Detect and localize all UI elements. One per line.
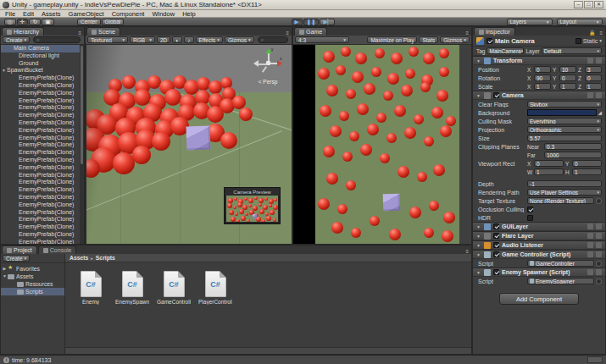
hierarchy-item[interactable]: Directional light [1, 52, 80, 60]
game-controller-script-field[interactable]: GameController [527, 260, 594, 267]
hierarchy-item[interactable]: EnemyPrefab(Clone) [1, 141, 80, 149]
menu-file[interactable]: File [5, 10, 15, 18]
maximize-button[interactable]: □ [584, 1, 593, 8]
fold-arrow-icon[interactable]: ▼ [476, 270, 481, 275]
hierarchy-item[interactable]: EnemyPrefab(Clone) [1, 231, 80, 239]
help-icon[interactable] [587, 223, 593, 229]
scene-search-input[interactable]: ⌕ [258, 36, 288, 43]
fold-arrow-icon[interactable]: ▶ [2, 265, 8, 273]
tab-console[interactable]: Console [38, 245, 77, 254]
transform-header[interactable]: ▼ Transform [473, 56, 605, 65]
fold-arrow-icon[interactable]: ▼ [476, 252, 481, 257]
play-button[interactable]: ▶ [292, 19, 303, 25]
pivot-toggle-button[interactable]: Center [77, 19, 101, 25]
projection-dropdown[interactable]: Orthographic [527, 126, 602, 133]
tab-hierarchy[interactable]: Hierarchy [2, 27, 44, 36]
camera-component-header[interactable]: ▼ Camera [473, 91, 605, 100]
hierarchy-item[interactable]: EnemyPrefab(Clone) [1, 127, 80, 135]
flare-enabled-checkbox[interactable] [493, 233, 499, 239]
hierarchy-item[interactable]: Main Camera [1, 45, 80, 52]
rotate-tool-button[interactable]: ↻ [29, 19, 41, 25]
rendering-path-dropdown[interactable]: Use Player Settings [527, 189, 602, 196]
position-x-field[interactable]: 0 [534, 66, 551, 73]
shading-mode-dropdown[interactable]: Textured▾ [87, 36, 128, 43]
hierarchy-search-input[interactable]: ⌕ [33, 36, 81, 43]
space-toggle-button[interactable]: Global [102, 19, 125, 25]
rotation-x-field[interactable]: 90 [534, 74, 551, 81]
near-field[interactable]: 0.3 [544, 143, 602, 150]
tab-inspector[interactable]: Inspector [474, 27, 515, 36]
position-z-field[interactable]: 3 [585, 66, 602, 73]
help-icon[interactable] [587, 233, 593, 239]
occlusion-culling-checkbox[interactable] [527, 207, 533, 212]
background-color-swatch[interactable] [527, 109, 597, 116]
viewport-y-field[interactable]: 0 [572, 160, 602, 167]
gear-icon[interactable] [596, 92, 602, 98]
hand-tool-button[interactable]: ◎ [4, 19, 16, 25]
hierarchy-item[interactable]: EnemyPrefab(Clone) [1, 157, 80, 164]
tab-scene[interactable]: Scene [86, 27, 120, 36]
hierarchy-item[interactable]: EnemyPrefab(Clone) [1, 82, 80, 90]
pause-button[interactable]: ❚❚ [303, 19, 320, 25]
hierarchy-item[interactable]: EnemyPrefab(Clone) [1, 164, 80, 172]
rotation-y-field[interactable]: 0 [559, 74, 576, 81]
gameobject-name[interactable]: Main Camera [495, 37, 535, 45]
enemy-spawner-enabled-checkbox[interactable] [493, 269, 499, 275]
tag-dropdown[interactable]: MainCamera [486, 47, 524, 54]
gizmo-center-cube[interactable] [266, 61, 270, 65]
fold-arrow-icon[interactable]: ▼ [476, 58, 481, 63]
scene-orientation-gizmo[interactable]: y x [253, 48, 283, 77]
lock-icon[interactable]: 🔒 [589, 30, 598, 36]
static-checkbox[interactable] [575, 38, 581, 44]
layers-dropdown[interactable]: Layers▾ [507, 19, 553, 25]
project-create-button[interactable]: Create▾ [3, 255, 30, 262]
hierarchy-item[interactable]: EnemyPrefab(Clone) [1, 74, 80, 82]
2d-toggle-button[interactable]: 2D [157, 36, 170, 43]
hierarchy-create-button[interactable]: Create▾ [3, 36, 30, 43]
move-tool-button[interactable]: ✛ [17, 19, 29, 25]
object-picker-icon[interactable] [596, 198, 602, 204]
scale-tool-button[interactable]: ▣ [42, 19, 54, 25]
audio-listener-header[interactable]: ▼ Audio Listener [473, 240, 605, 250]
chevron-down-icon[interactable]: ▾ [599, 38, 602, 43]
gizmo-left-cone[interactable] [253, 60, 259, 67]
hierarchy-item[interactable]: EnemyPrefab(Clone) [1, 186, 80, 194]
fold-arrow-icon[interactable]: ▼ [2, 273, 8, 280]
hierarchy-item[interactable]: EnemyPrefab(Clone) [1, 119, 80, 127]
audio-enabled-checkbox[interactable] [493, 242, 499, 248]
enemy-spawner-script-field[interactable]: EnemySpawner [527, 278, 594, 284]
fold-arrow-icon[interactable]: ▼ [476, 243, 481, 248]
flare-layer-header[interactable]: ▼ Flare Layer [473, 231, 605, 240]
tab-game[interactable]: Game [294, 27, 327, 36]
scene-viewport[interactable]: y x < Persp Camera Preview [86, 45, 292, 244]
gear-icon[interactable] [596, 269, 602, 275]
project-tree-item[interactable]: ▼ Assets [1, 273, 64, 280]
game-gizmos-dropdown[interactable]: Gizmos▾ [440, 36, 470, 43]
size-field[interactable]: 5.57 [527, 135, 602, 141]
scrollbar-thumb[interactable] [81, 46, 83, 164]
enemy-spawner-header[interactable]: ▼ Enemy Spawner (Script) [473, 267, 605, 277]
rotation-z-field[interactable]: 0 [585, 74, 602, 81]
asset-item[interactable]: C# PlayerController [198, 271, 232, 305]
help-icon[interactable] [587, 269, 593, 275]
camera-enabled-checkbox[interactable] [493, 92, 499, 98]
asset-item[interactable]: C# Enemy [74, 271, 108, 305]
asset-item[interactable]: C# EnemySpawner [115, 271, 149, 305]
help-icon[interactable] [587, 251, 593, 257]
menu-component[interactable]: Component [112, 10, 145, 18]
object-picker-icon[interactable] [596, 279, 602, 284]
stats-button[interactable]: Stats [419, 36, 438, 43]
persp-mode-label[interactable]: < Persp [251, 79, 285, 85]
effects-dropdown[interactable]: Effects▾ [196, 36, 224, 43]
asset-item[interactable]: C# GameController [157, 271, 191, 305]
gear-icon[interactable] [596, 223, 602, 229]
active-checkbox[interactable] [486, 38, 492, 44]
project-tree-item[interactable]: Scripts [1, 288, 64, 295]
gear-icon[interactable] [596, 242, 602, 248]
hierarchy-item[interactable]: EnemyPrefab(Clone) [1, 172, 80, 179]
scale-y-field[interactable]: 1 [559, 83, 576, 90]
scale-x-field[interactable]: 1 [534, 83, 551, 90]
fold-arrow-icon[interactable]: ▼ [476, 224, 481, 229]
step-button[interactable]: ▶▏ [320, 19, 335, 25]
position-y-field[interactable]: 10 [559, 66, 576, 73]
